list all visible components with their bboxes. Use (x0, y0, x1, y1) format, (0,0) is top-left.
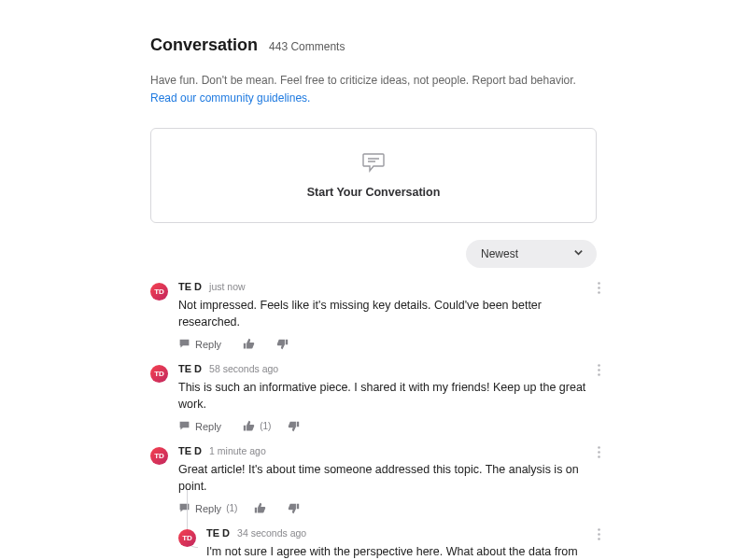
svg-point-1 (598, 287, 600, 290)
comment-username[interactable]: TE D (178, 445, 202, 456)
comment-timestamp: 1 minute ago (209, 445, 266, 456)
start-conversation-label: Start Your Conversation (307, 186, 441, 199)
comment-actions: Reply (178, 338, 597, 350)
svg-point-4 (598, 370, 600, 372)
comment-body: Great article! It's about time someone a… (178, 462, 597, 495)
guidelines-text: Have fun. Don't be mean. Feel free to cr… (150, 72, 597, 107)
more-options-icon[interactable] (598, 363, 600, 380)
page-title: Conversation (150, 35, 258, 55)
like-button[interactable]: (1) (243, 420, 271, 432)
sort-dropdown[interactable]: Newest (466, 240, 597, 268)
comment-actions: Reply (1) (178, 420, 597, 432)
dislike-button[interactable] (288, 502, 300, 514)
avatar[interactable]: TD (150, 365, 168, 383)
comment-username[interactable]: TE D (178, 363, 202, 374)
comment-timestamp: 58 seconds ago (209, 363, 278, 374)
comment-body: This is such an informative piece. I sha… (178, 380, 597, 413)
guidelines-static: Have fun. Don't be mean. Feel free to cr… (150, 74, 576, 87)
comment-list: TD TE D just now Not impressed. Feels li… (150, 281, 597, 560)
comment-item: TD TE D just now Not impressed. Feels li… (150, 281, 597, 350)
svg-point-10 (598, 534, 600, 537)
svg-point-7 (598, 452, 600, 455)
guidelines-link[interactable]: Read our community guidelines. (150, 91, 310, 105)
comment-item: TD TE D 1 minute ago Great article! It's… (150, 445, 597, 514)
chevron-down-icon (573, 247, 584, 260)
comment-item: TD TE D 58 seconds ago This is such an i… (150, 363, 597, 432)
svg-point-6 (598, 447, 600, 450)
svg-point-8 (598, 456, 600, 459)
comment-count: 443 Comments (269, 40, 345, 53)
avatar[interactable]: TD (150, 283, 168, 301)
svg-point-0 (598, 283, 600, 286)
avatar[interactable]: TD (150, 447, 168, 465)
more-options-icon[interactable] (598, 527, 600, 544)
comment-item-reply: TD TE D 34 seconds ago I'm not sure I ag… (178, 527, 597, 560)
comment-actions: Reply (1) (178, 502, 597, 514)
more-options-icon[interactable] (598, 445, 600, 462)
dislike-button[interactable] (288, 420, 300, 432)
reply-button[interactable]: Reply (178, 338, 226, 350)
more-options-icon[interactable] (598, 281, 600, 298)
sort-selected: Newest (481, 247, 518, 260)
comment-body: I'm not sure I agree with the perspectiv… (206, 544, 597, 560)
comment-timestamp: 34 seconds ago (237, 527, 306, 539)
comment-username[interactable]: TE D (178, 281, 202, 292)
svg-point-2 (598, 292, 600, 295)
svg-point-3 (598, 365, 600, 368)
start-conversation-box[interactable]: Start Your Conversation (150, 128, 597, 223)
like-button[interactable] (254, 502, 271, 514)
comment-username[interactable]: TE D (206, 527, 230, 539)
svg-point-9 (598, 529, 600, 532)
svg-point-5 (598, 374, 600, 377)
comment-body: Not impressed. Feels like it's missing k… (178, 298, 597, 330)
svg-point-11 (598, 539, 600, 541)
speech-bubble-icon (361, 152, 386, 176)
like-button[interactable] (243, 338, 260, 350)
reply-button[interactable]: Reply (178, 420, 226, 432)
dislike-button[interactable] (276, 338, 289, 350)
comment-timestamp: just now (209, 281, 246, 292)
